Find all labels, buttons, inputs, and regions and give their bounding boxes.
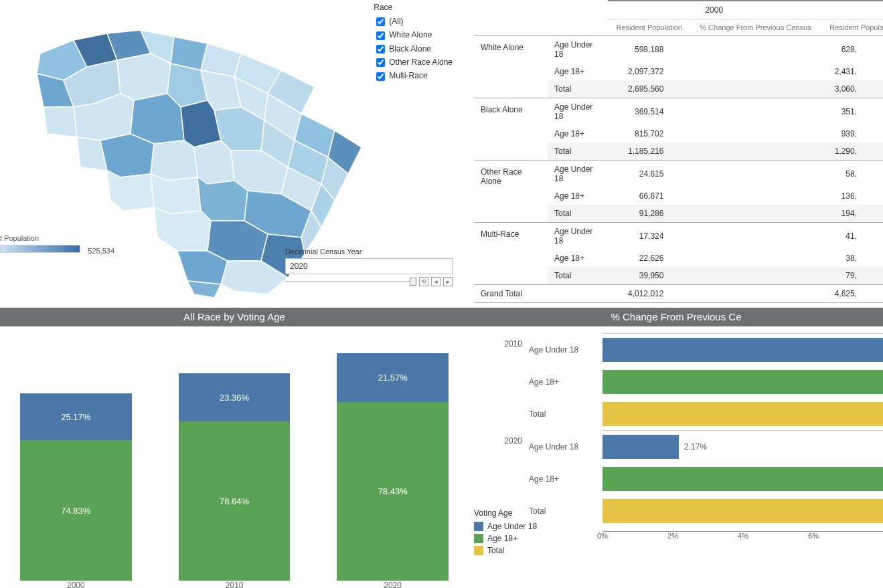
legend-item[interactable]: Total bbox=[474, 545, 537, 557]
race-filter-item[interactable]: White Alone bbox=[374, 28, 453, 41]
svg-marker-10 bbox=[117, 54, 171, 100]
hbar-row[interactable]: Age Under 182.17% bbox=[603, 431, 883, 463]
col-pct-change: % Change From Previous Census bbox=[690, 19, 820, 36]
table-value-cell: 2,695,560 bbox=[608, 80, 690, 98]
stacked-bar-xlabel: 2000 bbox=[20, 581, 132, 588]
race-filter-header: Race bbox=[374, 3, 453, 12]
table-value-cell-next: 58, bbox=[820, 161, 883, 188]
bar-segment-under-18[interactable]: 23.36% bbox=[179, 373, 291, 421]
year-prev-button[interactable]: ◂ bbox=[431, 277, 440, 286]
hbar-bar[interactable] bbox=[603, 499, 883, 523]
race-filter-label: Other Race Alone bbox=[389, 58, 453, 67]
table-age-cell: Age Under 18 bbox=[548, 161, 608, 188]
table-value-cell: 24,615 bbox=[608, 161, 690, 188]
table-age-cell: Age Under 18 bbox=[548, 98, 608, 126]
bar-segment-under-18[interactable]: 25.17% bbox=[20, 393, 132, 440]
race-filter-item[interactable]: (All) bbox=[374, 15, 453, 28]
bar-segment-18-plus[interactable]: 76.64% bbox=[179, 421, 291, 581]
svg-marker-42 bbox=[187, 281, 221, 298]
grand-total-value-next: 4,625, bbox=[820, 285, 883, 303]
year-filter: Decennial Census Year 2020 ⟲ ◂ ▸ bbox=[285, 248, 453, 286]
hbar-bar[interactable] bbox=[603, 370, 883, 394]
legend-label: Total bbox=[487, 545, 504, 557]
hbar-row[interactable]: Age Under 18 bbox=[603, 334, 883, 366]
table-row-category: Multi-Race bbox=[474, 223, 548, 285]
year-slider-thumb[interactable] bbox=[410, 278, 416, 286]
race-filter-checkbox[interactable] bbox=[376, 72, 385, 81]
hbar-tick: 0% bbox=[597, 532, 608, 540]
bar-segment-under-18[interactable]: 21.57% bbox=[337, 353, 449, 402]
table-age-cell: Total bbox=[548, 142, 608, 161]
table-age-cell: Total bbox=[548, 267, 608, 285]
hbar-row[interactable]: Age 18+ bbox=[603, 366, 883, 398]
hbar-tick: 6% bbox=[808, 532, 819, 540]
race-filter-item[interactable]: Black Alone bbox=[374, 42, 453, 56]
table-age-cell: Age 18+ bbox=[548, 250, 608, 267]
table-age-cell: Total bbox=[548, 205, 608, 223]
table-age-cell: Age 18+ bbox=[548, 63, 608, 80]
table-pct-cell bbox=[690, 125, 820, 142]
hbar-row[interactable]: Total bbox=[603, 495, 883, 527]
table-pct-cell bbox=[690, 80, 820, 98]
table-pct-cell bbox=[690, 98, 820, 126]
table-value-cell-next: 79, bbox=[820, 267, 883, 285]
hbar-row-label: Age 18+ bbox=[529, 474, 596, 484]
hbar-row[interactable]: Total bbox=[603, 398, 883, 430]
table-value-cell: 17,324 bbox=[608, 223, 690, 250]
dashboard: t Population 525,534 Race (All)White Alo… bbox=[0, 0, 883, 588]
year-slider-track[interactable] bbox=[285, 281, 416, 282]
hbar-row-label: Total bbox=[529, 506, 596, 516]
table-age-cell: Age Under 18 bbox=[548, 36, 608, 64]
table-pct-cell bbox=[690, 223, 820, 250]
legend-max: 525,534 bbox=[88, 247, 114, 255]
svg-marker-32 bbox=[107, 171, 154, 211]
table-pct-cell bbox=[690, 36, 820, 64]
stacked-bar-xaxis: 200020102020 bbox=[0, 581, 469, 588]
race-filter-checkbox[interactable] bbox=[376, 45, 385, 54]
year-reset-button[interactable]: ⟲ bbox=[419, 277, 428, 286]
hbar-row-label: Age Under 18 bbox=[529, 442, 596, 452]
svg-marker-17 bbox=[44, 107, 77, 137]
svg-marker-27 bbox=[151, 140, 197, 181]
table-value-cell-next: 939, bbox=[820, 125, 883, 142]
population-crosstab[interactable]: 2000 Resident Population % Change From P… bbox=[474, 0, 883, 303]
table-value-cell: 2,097,372 bbox=[608, 63, 690, 80]
grand-total-label: Grand Total bbox=[474, 285, 608, 303]
hbar-row[interactable]: Age 18+ bbox=[603, 463, 883, 495]
hbar-chart[interactable]: 2010Age Under 18Age 18+Total2020Age Unde… bbox=[469, 326, 883, 545]
bar-segment-18-plus[interactable]: 78.43% bbox=[337, 402, 449, 581]
table-value-cell: 815,702 bbox=[608, 125, 690, 142]
hbar-bar[interactable] bbox=[603, 467, 883, 491]
hbar-bar[interactable] bbox=[603, 338, 883, 362]
hbar-bar[interactable] bbox=[603, 402, 883, 426]
year-filter-label: Decennial Census Year bbox=[285, 248, 453, 256]
stacked-bar-chart[interactable]: 25.17%74.83%23.36%76.64%21.57%78.43% bbox=[0, 326, 469, 581]
stacked-bar-column[interactable]: 25.17%74.83% bbox=[20, 393, 132, 581]
race-filter-item[interactable]: Multi-Race bbox=[374, 69, 453, 82]
bar-segment-18-plus[interactable]: 74.83% bbox=[20, 440, 132, 581]
race-filter-checkbox[interactable] bbox=[376, 31, 385, 40]
table-row-category: Other Race Alone bbox=[474, 161, 548, 223]
map-color-legend: t Population 525,534 bbox=[0, 234, 114, 255]
table-value-cell: 91,286 bbox=[608, 205, 690, 223]
table-value-cell-next: 351, bbox=[820, 98, 883, 126]
crosstab-panel: 2000 Resident Population % Change From P… bbox=[469, 0, 883, 308]
hbar-tick: 2% bbox=[667, 532, 678, 540]
race-filter-checkbox[interactable] bbox=[376, 58, 385, 67]
hbar-year-group: 2020Age Under 182.17%Age 18+Total bbox=[603, 430, 883, 527]
hbar-row-label: Age Under 18 bbox=[529, 345, 596, 355]
year-selected-value[interactable]: 2020 bbox=[285, 258, 453, 274]
race-filter-checkbox[interactable] bbox=[376, 17, 385, 26]
stacked-bar-column[interactable]: 23.36%76.64% bbox=[179, 373, 291, 581]
table-value-cell: 1,185,216 bbox=[608, 142, 690, 161]
stacked-bar-column[interactable]: 21.57%78.43% bbox=[337, 353, 449, 581]
legend-ramp bbox=[0, 245, 80, 253]
hbar-panel: % Change From Previous Ce Voting Age Age… bbox=[469, 308, 883, 588]
year-next-button[interactable]: ▸ bbox=[443, 277, 453, 286]
table-age-cell: Age 18+ bbox=[548, 125, 608, 142]
race-filter-item[interactable]: Other Race Alone bbox=[374, 56, 453, 69]
race-filter: Race (All)White AloneBlack AloneOther Ra… bbox=[374, 3, 453, 83]
stacked-bar-panel: All Race by Voting Age 25.17%74.83%23.36… bbox=[0, 308, 469, 588]
hbar-bar[interactable] bbox=[603, 435, 679, 459]
table-value-cell-next: 136, bbox=[820, 187, 883, 205]
